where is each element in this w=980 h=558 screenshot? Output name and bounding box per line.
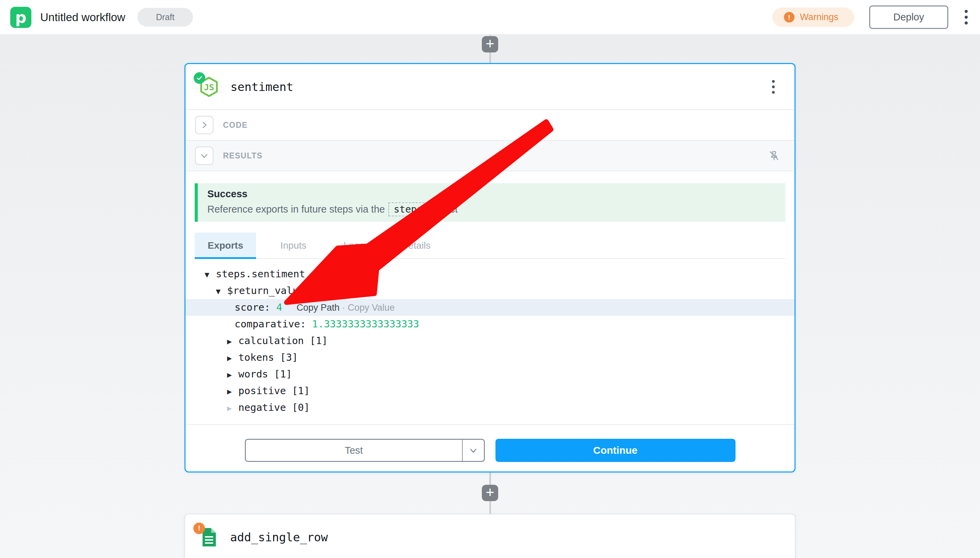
status-badge: Draft: [137, 8, 193, 26]
tree-key: steps.sentiment: [216, 268, 305, 280]
tree-row-comparative[interactable]: comparative: 1.3333333333333333: [195, 316, 785, 333]
tree-row-tokens[interactable]: ▶tokens [3]: [195, 349, 785, 366]
tree-count: {7}: [310, 285, 328, 296]
step-options-icon[interactable]: [769, 77, 777, 97]
tree-count: [1]: [274, 368, 292, 380]
more-options-icon[interactable]: [963, 8, 970, 26]
warning-icon: !: [784, 12, 794, 23]
tree-key: comparative:: [235, 318, 306, 330]
tree-key: tokens: [238, 351, 274, 363]
tree-count: [1]: [310, 335, 328, 346]
tree-count: [0]: [292, 402, 310, 413]
expand-triangle-icon[interactable]: ▶: [227, 350, 238, 366]
tab-exports[interactable]: Exports: [195, 233, 256, 258]
expand-triangle-icon[interactable]: ▶: [227, 333, 238, 350]
code-section-header[interactable]: CODE: [186, 109, 794, 140]
tree-value: 4: [276, 302, 282, 313]
expand-triangle-icon[interactable]: ▶: [227, 366, 238, 383]
results-section-label: RESULTS: [223, 151, 263, 161]
tree-key: score:: [235, 302, 270, 313]
top-bar-actions: ! Warnings Deploy: [772, 5, 970, 29]
warnings-button[interactable]: ! Warnings: [772, 8, 854, 27]
expand-triangle-icon[interactable]: ▶: [227, 383, 238, 400]
results-panel: Success Reference exports in future step…: [186, 171, 794, 424]
tree-count: [1]: [292, 385, 310, 397]
success-check-icon: [194, 72, 205, 84]
test-button[interactable]: Test: [246, 440, 462, 461]
success-banner: Success Reference exports in future step…: [195, 183, 785, 222]
tree-key: words: [238, 368, 268, 380]
add-step-button-top[interactable]: +: [482, 36, 498, 53]
add-step-button-bottom[interactable]: +: [482, 485, 498, 501]
test-split-button: Test: [245, 439, 485, 462]
tree-row-score[interactable]: score: 4Copy Path · Copy Value: [186, 299, 794, 316]
success-banner-bar: [195, 183, 198, 222]
tab-details[interactable]: Details: [389, 233, 444, 258]
expand-code-button[interactable]: [195, 116, 214, 134]
copy-value-link[interactable]: Copy Value: [348, 302, 395, 313]
tree-row-positive[interactable]: ▶positive [1]: [195, 382, 785, 399]
tree-row-steps-sentiment[interactable]: ▼steps.sentiment {1}: [195, 266, 785, 282]
results-section-header[interactable]: RESULTS: [186, 140, 794, 171]
results-tabs: Exports Inputs Logs Details: [195, 233, 785, 259]
tab-logs[interactable]: Logs: [331, 233, 377, 258]
tree-value: 1.3333333333333333: [312, 318, 419, 330]
google-sheets-icon: !: [197, 525, 221, 549]
continue-button[interactable]: Continue: [496, 439, 736, 462]
chevron-down-icon: [469, 446, 478, 455]
pipedream-logo[interactable]: p: [10, 7, 31, 28]
workflow-title[interactable]: Untitled workflow: [40, 11, 125, 24]
nodejs-icon: JS: [197, 75, 221, 99]
tree-key: positive: [238, 385, 286, 397]
tree-key: negative: [238, 402, 286, 413]
tree-count: {1}: [311, 268, 329, 280]
warnings-label: Warnings: [800, 12, 838, 23]
tree-row-return-value[interactable]: ▼$return_value {7}: [195, 282, 785, 299]
tab-inputs[interactable]: Inputs: [267, 233, 319, 258]
collapse-results-button[interactable]: [195, 146, 214, 165]
chevron-right-icon: [200, 121, 209, 130]
workflow-canvas: + JS sentiment CODE: [0, 35, 980, 558]
steps-code-chip[interactable]: steps: [389, 202, 428, 216]
exports-tree: ▼steps.sentiment {1} ▼$return_value {7} …: [195, 266, 785, 416]
chevron-down-icon: [200, 151, 209, 160]
success-message: Reference exports in future steps via th…: [208, 202, 776, 216]
tree-row-negative[interactable]: ▶negative [0]: [195, 399, 785, 416]
code-section-label: CODE: [223, 121, 247, 130]
plus-icon: +: [486, 36, 494, 51]
step-title: add_single_row: [230, 530, 328, 544]
copy-separator: ·: [342, 302, 345, 313]
step-card-sentiment[interactable]: JS sentiment CODE RESULTS: [184, 63, 796, 473]
tree-count: [3]: [280, 351, 298, 363]
copy-path-link[interactable]: Copy Path: [296, 302, 339, 313]
top-bar: p Untitled workflow Draft ! Warnings Dep…: [0, 0, 980, 35]
expand-triangle-icon[interactable]: ▶: [227, 400, 238, 417]
tree-row-words[interactable]: ▶words [1]: [195, 366, 785, 382]
step-title: sentiment: [231, 80, 293, 94]
test-options-dropdown[interactable]: [462, 440, 484, 461]
step-header: JS sentiment: [186, 64, 794, 109]
tree-row-calculation[interactable]: ▶calculation [1]: [195, 333, 785, 349]
collapse-triangle-icon[interactable]: ▼: [216, 283, 227, 300]
collapse-triangle-icon[interactable]: ▼: [204, 266, 216, 283]
tree-key: $return_value: [227, 285, 305, 296]
success-message-suffix: object: [432, 204, 458, 215]
step-card-add-single-row[interactable]: ! add_single_row: [184, 514, 796, 558]
step-footer: Test Continue: [186, 424, 794, 474]
success-message-prefix: Reference exports in future steps via th…: [208, 204, 385, 215]
unpin-icon[interactable]: [768, 149, 780, 162]
plus-icon: +: [486, 485, 494, 500]
tree-key: calculation: [238, 335, 304, 346]
warning-badge-icon: !: [193, 523, 205, 534]
deploy-button[interactable]: Deploy: [869, 5, 948, 29]
success-title: Success: [208, 189, 776, 200]
svg-text:JS: JS: [204, 82, 214, 92]
